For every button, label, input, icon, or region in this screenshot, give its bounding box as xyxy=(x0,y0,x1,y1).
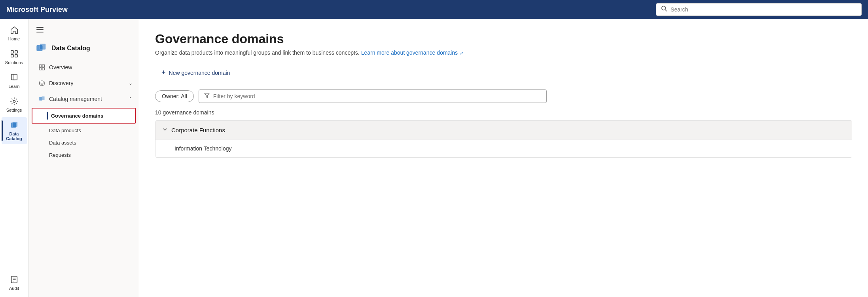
nav-settings[interactable]: Settings xyxy=(2,93,27,116)
svg-marker-24 xyxy=(205,93,209,98)
app-title: Microsoft Purview xyxy=(6,6,656,14)
info-tech-label: Information Technology xyxy=(174,145,232,152)
nav-audit-label: Audit xyxy=(9,286,19,291)
audit-icon xyxy=(9,275,19,284)
nav-data-catalog-label: Data Catalog xyxy=(3,131,25,141)
home-icon xyxy=(9,25,19,35)
info-tech-item[interactable]: Information Technology xyxy=(155,139,852,157)
keyword-filter-wrapper[interactable] xyxy=(199,89,547,103)
svg-rect-20 xyxy=(42,68,45,70)
subtitle-text: Organize data products into meaningful g… xyxy=(155,50,360,56)
svg-rect-17 xyxy=(39,65,42,67)
learn-icon xyxy=(9,73,19,82)
search-icon xyxy=(661,6,667,13)
nav-learn[interactable]: Learn xyxy=(2,70,27,92)
svg-rect-4 xyxy=(11,55,13,57)
nav-learn-label: Learn xyxy=(8,84,19,89)
svg-rect-10 xyxy=(12,122,17,127)
hamburger-line-2 xyxy=(36,29,44,30)
topbar: Microsoft Purview xyxy=(0,0,868,19)
svg-point-8 xyxy=(13,100,15,103)
nav-home-label: Home xyxy=(8,36,20,41)
data-products-label: Data products xyxy=(49,128,81,133)
nav-solutions[interactable]: Solutions xyxy=(2,46,27,68)
new-domain-label: New governance domain xyxy=(169,70,230,76)
nav-home[interactable]: Home xyxy=(2,22,27,44)
sidebar-item-catalog-management[interactable]: Catalog management ⌃ xyxy=(28,91,139,107)
corporate-functions-header[interactable]: Corporate Functions xyxy=(155,121,852,139)
sidebar-item-discovery[interactable]: Discovery ⌄ xyxy=(28,75,139,91)
filter-icon xyxy=(204,92,210,100)
svg-rect-18 xyxy=(42,65,45,67)
settings-icon xyxy=(9,97,19,106)
search-bar[interactable] xyxy=(656,3,862,16)
corporate-functions-label: Corporate Functions xyxy=(171,127,225,133)
nav-audit[interactable]: Audit xyxy=(2,272,27,294)
sidebar-overview-label: Overview xyxy=(49,64,72,70)
sidebar-catalog-mgmt-label: Catalog management xyxy=(49,96,102,102)
svg-rect-7 xyxy=(13,74,17,80)
svg-rect-2 xyxy=(11,51,13,53)
catalog-header: Data Catalog xyxy=(28,37,139,59)
svg-point-21 xyxy=(40,81,44,83)
discovery-chevron-icon: ⌄ xyxy=(129,80,133,86)
catalog-mgmt-icon xyxy=(38,95,46,103)
svg-rect-23 xyxy=(42,96,45,100)
domain-count: 10 governance domains xyxy=(155,109,852,116)
sidebar-discovery-left: Discovery xyxy=(38,79,73,87)
search-input[interactable] xyxy=(671,6,857,13)
active-bar xyxy=(47,112,48,120)
nav-data-catalog[interactable]: Data Catalog xyxy=(2,117,27,144)
data-assets-label: Data assets xyxy=(49,140,76,146)
svg-rect-3 xyxy=(15,51,17,53)
hamburger-line-3 xyxy=(36,32,44,32)
sidebar-overview-left: Overview xyxy=(38,63,72,71)
learn-more-link[interactable]: Learn more about governance domains xyxy=(361,50,458,56)
keyword-filter-input[interactable] xyxy=(213,93,542,99)
sidebar-item-data-products[interactable]: Data products xyxy=(28,124,139,137)
new-governance-domain-button[interactable]: + New governance domain xyxy=(155,65,236,80)
nav-solutions-label: Solutions xyxy=(5,60,23,65)
sidebar-item-requests[interactable]: Requests xyxy=(28,149,139,161)
filter-row: Owner: All xyxy=(155,89,852,103)
sidebar-catalog-mgmt-left: Catalog management xyxy=(38,95,102,103)
chevron-down-icon xyxy=(162,126,168,134)
sidebar-item-data-assets[interactable]: Data assets xyxy=(28,137,139,149)
governance-domains-label: Governance domains xyxy=(51,113,103,119)
overview-icon xyxy=(38,63,46,71)
hamburger-menu[interactable] xyxy=(35,25,45,34)
catalog-mgmt-chevron-icon: ⌃ xyxy=(129,96,133,102)
data-catalog-icon xyxy=(9,120,19,130)
sidebar: Data Catalog Overview xyxy=(28,19,139,297)
external-link-icon: ↗ xyxy=(459,50,463,56)
svg-line-1 xyxy=(665,10,667,11)
svg-rect-19 xyxy=(39,68,42,70)
discovery-icon xyxy=(38,79,46,87)
solutions-icon xyxy=(9,49,19,59)
sidebar-discovery-label: Discovery xyxy=(49,80,73,86)
svg-rect-5 xyxy=(15,55,17,57)
sidebar-header xyxy=(28,19,139,37)
icon-nav: Home Solutions Learn xyxy=(0,19,28,297)
requests-label: Requests xyxy=(49,152,71,158)
main-content: Governance domains Organize data product… xyxy=(139,19,868,297)
main-layout: Home Solutions Learn xyxy=(0,19,868,297)
nav-settings-label: Settings xyxy=(6,108,22,112)
domain-section-corporate: Corporate Functions Information Technolo… xyxy=(155,120,852,158)
page-subtitle: Organize data products into meaningful g… xyxy=(155,50,852,56)
plus-icon: + xyxy=(161,69,166,77)
catalog-title: Data Catalog xyxy=(51,45,90,52)
hamburger-line-1 xyxy=(36,27,44,28)
sidebar-item-governance-domains[interactable]: Governance domains xyxy=(32,108,136,124)
page-title: Governance domains xyxy=(155,32,852,46)
catalog-header-icon xyxy=(35,42,47,55)
svg-rect-16 xyxy=(40,44,46,50)
sidebar-item-overview[interactable]: Overview xyxy=(28,59,139,75)
owner-filter-button[interactable]: Owner: All xyxy=(155,90,194,102)
